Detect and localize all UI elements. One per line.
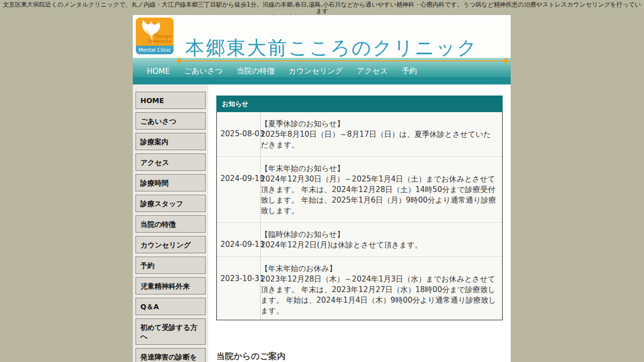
- logo-band: Mental Clinic: [136, 46, 174, 54]
- sidebar-item-greeting[interactable]: ごあいさつ: [135, 112, 206, 130]
- sidebar-item-hours[interactable]: 診療時間: [135, 174, 206, 192]
- nav-item-reservation[interactable]: 予約: [395, 66, 424, 76]
- sidebar-item-medical-guide[interactable]: 診療案内: [135, 133, 206, 150]
- news-content: 【臨時休診のお知らせ】 2024年12月2日(月)は休診とさせて頂きます。: [260, 223, 502, 256]
- sidebar-item-developmental-disorder[interactable]: 発達障害の診断を希望される方へ: [135, 348, 206, 362]
- news-text: 2024年12月2日(月)は休診とさせて頂きます。: [261, 240, 422, 249]
- news-date: 2024-09-18: [217, 157, 260, 222]
- page-wrapper: Hongo Todaimae Mental Clinic 本郷東大前こころのクリ…: [133, 15, 511, 362]
- sidebar-item-home[interactable]: HOME: [135, 92, 206, 109]
- news-text: 2025年8月10日（日）～8月17日（日）は、夏季休診とさせていただきます。: [261, 130, 491, 149]
- news-content: 【年末年始のお知らせ】 2024年12月30日（月）～2025年1月4日（土）ま…: [260, 157, 502, 222]
- news-title: 【年末年始のお休み】: [261, 263, 497, 274]
- news-row: 2025-08-03 【夏季休診のお知らせ】 2025年8月10日（日）～8月1…: [217, 112, 502, 157]
- logo-text: Hongo Todaimae: [147, 34, 172, 44]
- news-title: 【夏季休診のお知らせ】: [261, 119, 497, 129]
- sidebar-item-features[interactable]: 当院の特徴: [135, 215, 206, 233]
- news-list: 2025-08-03 【夏季休診のお知らせ】 2025年8月10日（日）～8月1…: [217, 112, 502, 320]
- sidebar: HOME ごあいさつ 診療案内 アクセス 診療時間 診療スタッフ 当院の特徴 カ…: [133, 84, 208, 362]
- nav-item-counseling[interactable]: カウンセリング: [282, 66, 350, 76]
- news-row: 2024-09-13 【臨時休診のお知らせ】 2024年12月2日(月)は休診と…: [217, 223, 502, 257]
- news-text: 2024年12月30日（月）～2025年1月4日（土）までお休みとさせて頂きます…: [261, 174, 496, 215]
- news-title: 【臨時休診のお知らせ】: [261, 229, 497, 240]
- nav-item-access[interactable]: アクセス: [350, 66, 394, 76]
- news-row: 2024-09-18 【年末年始のお知らせ】 2024年12月30日（月）～20…: [217, 157, 502, 223]
- sidebar-item-access[interactable]: アクセス: [135, 153, 206, 171]
- news-content: 【夏季休診のお知らせ】 2025年8月10日（日）～8月17日（日）は、夏季休診…: [260, 112, 502, 156]
- nav-item-home[interactable]: HOME: [140, 67, 177, 76]
- news-text: 2023年12月28日（木）～2024年1月3日（水）までお休みとさせて頂きます…: [261, 275, 496, 315]
- nav-item-greeting[interactable]: ごあいさつ: [177, 66, 230, 76]
- site-title: 本郷東大前こころのクリニック: [185, 35, 478, 61]
- sidebar-item-counseling[interactable]: カウンセリング: [135, 236, 206, 253]
- news-content: 【年末年始のお休み】 2023年12月28日（木）～2024年1月3日（水）まで…: [260, 257, 502, 320]
- logo-text-line2: Todaimae: [147, 39, 172, 44]
- sidebar-item-reservation[interactable]: 予約: [135, 256, 206, 274]
- tagline-line-1: 文京区東大病院近くのメンタルクリニックで、丸ノ内線・大江戸線本郷三丁目駅から徒歩…: [0, 2, 644, 15]
- sidebar-item-staff[interactable]: 診療スタッフ: [135, 195, 206, 212]
- logo-text-line1: Hongo: [147, 34, 172, 39]
- site-header: Hongo Todaimae Mental Clinic 本郷東大前こころのクリ…: [133, 15, 511, 58]
- title-underline: [179, 60, 506, 61]
- nav-item-features[interactable]: 当院の特徴: [229, 66, 281, 76]
- section-heading: 当院からのご案内: [216, 350, 503, 362]
- content-row: HOME ごあいさつ 診療案内 アクセス 診療時間 診療スタッフ 当院の特徴 カ…: [133, 84, 511, 362]
- news-title: 【年末年始のお知らせ】: [261, 163, 497, 174]
- sidebar-item-qa[interactable]: Q＆A: [135, 298, 206, 315]
- news-date: 2024-09-13: [217, 223, 260, 256]
- sidebar-item-child-psychiatry[interactable]: 児童精神科外来: [135, 277, 206, 295]
- clinic-logo[interactable]: Hongo Todaimae Mental Clinic: [136, 18, 174, 54]
- news-box: お知らせ 2025-08-03 【夏季休診のお知らせ】 2025年8月10日（日…: [216, 96, 503, 320]
- news-date: 2023-10-31: [217, 257, 260, 320]
- news-date: 2025-08-03: [217, 112, 260, 156]
- main-nav: HOME ごあいさつ 当院の特徴 カウンセリング アクセス 予約: [133, 58, 511, 84]
- main-content: お知らせ 2025-08-03 【夏季休診のお知らせ】 2025年8月10日（日…: [208, 84, 511, 362]
- news-row: 2023-10-31 【年末年始のお休み】 2023年12月28日（木）～202…: [217, 257, 502, 320]
- news-header: お知らせ: [216, 96, 503, 112]
- sidebar-item-first-visit[interactable]: 初めて受診する方へ: [135, 318, 206, 345]
